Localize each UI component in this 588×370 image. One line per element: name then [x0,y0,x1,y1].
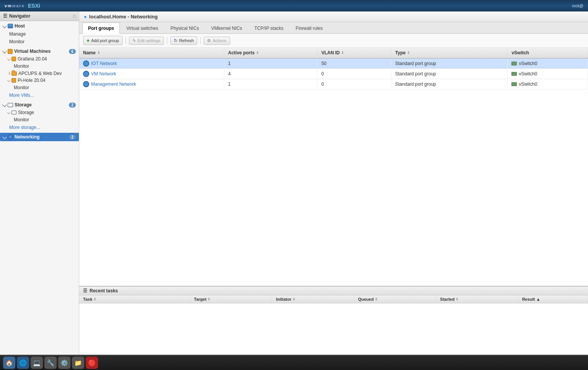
toolbar-separator-3 [200,37,201,44]
main-layout: ☰ Navigator □ Host Manage Monitor Virtua… [0,11,588,355]
taskbar-icon-home[interactable]: 🏠 [3,357,15,369]
sidebar-item-grafana[interactable]: Grafana 20.04 [0,55,79,62]
tasks-col-result[interactable]: Result ▲ [518,295,588,303]
sidebar-host-label: Host [15,23,25,29]
add-port-group-button[interactable]: + Add port group [83,36,122,45]
sidebar-more-vms[interactable]: More VMs... [0,91,79,99]
chevron-networking-icon [2,135,7,139]
sidebar-section-networking: Networking 2 [0,132,79,142]
sort-started-icon: ⇩ [456,297,459,301]
sidebar-item-storage[interactable]: Storage 2 [0,101,79,109]
table-row[interactable]: Management Network 1 0 Standard port gro… [79,79,588,90]
bottom-taskbar: 🏠 🌐 💻 🔧 ⚙️ 📁 🔴 [0,355,588,370]
chevron-pihole-icon [7,79,10,82]
tab-physical-nics[interactable]: Physical NICs [165,23,205,34]
td-active-ports: 4 [224,69,317,79]
network-icon [83,81,89,87]
sidebar-item-pihole[interactable]: Pi-Hole 20.04 [0,77,79,84]
th-active-ports[interactable]: Active ports ⇩ [224,48,317,58]
edit-settings-button[interactable]: ✎ Edit settings [129,37,164,45]
table-row[interactable]: IOT Network 1 50 Standard port group vSw… [79,58,588,69]
refresh-icon: ↻ [174,38,178,43]
sort-task-icon: ⇩ [93,297,96,301]
td-vswitch: vSwitch0 [508,58,588,69]
tasks-initiator-label: Initiator [276,297,291,302]
tasks-col-task[interactable]: Task ⇩ [79,295,190,303]
storage-sub-label: Storage [18,110,34,115]
tasks-col-initiator[interactable]: Initiator ⇩ [272,295,354,303]
sidebar-item-host-manage[interactable]: Manage [0,30,79,38]
tab-virtual-switches[interactable]: Virtual switches [121,23,164,34]
th-type[interactable]: Type ⇩ [391,48,508,58]
sidebar-more-storage[interactable]: More storage... [0,124,79,131]
tab-tcpip-stacks[interactable]: TCP/IP stacks [249,23,289,34]
taskbar-icon-red[interactable]: 🔴 [86,357,98,369]
taskbar-icon-wrench[interactable]: 🔧 [44,357,57,369]
sidebar-item-storage-sub[interactable]: Storage [0,109,79,116]
iot-network-link[interactable]: IOT Network [83,60,220,67]
taskbar-icon-folder[interactable]: 📁 [72,357,84,369]
storage-badge: 2 [69,103,76,108]
vm-icon [8,49,13,54]
taskbar-icon-globe[interactable]: 🌐 [17,357,29,369]
sidebar-section-vms: Virtual Machines 6 Grafana 20.04 Monitor… [0,46,79,100]
tasks-result-label: Result ▲ [522,297,541,302]
sidebar-item-host-monitor[interactable]: Monitor [0,38,79,46]
tasks-col-queued[interactable]: Queued ⇩ [354,295,436,303]
content-area: ● localhost.Home - Networking Port group… [79,11,588,355]
tab-port-groups[interactable]: Port groups [82,23,120,34]
content-header: ● localhost.Home - Networking [79,11,588,22]
sort-name-icon: ⇩ [97,51,100,55]
sidebar-item-networking[interactable]: Networking 2 [0,133,79,141]
sidebar-item-apcups[interactable]: APCUPS & Web Dev [0,70,79,77]
chevron-storage-sub-icon [7,111,10,114]
add-icon: + [87,37,90,44]
sidebar-item-storage-monitor[interactable]: Monitor [0,116,79,124]
taskbar-icon-monitor[interactable]: 💻 [31,357,43,369]
td-name: VM Network [79,69,224,79]
sidebar-collapse-icon[interactable]: □ [73,14,76,18]
tasks-queued-label: Queued [358,297,374,302]
vms-badge: 6 [69,49,76,54]
sidebar-title: Navigator [9,13,30,19]
tab-vmkernel-nics[interactable]: VMkernel NICs [206,23,248,34]
refresh-button[interactable]: ↻ Refresh [170,36,198,45]
host-icon [8,24,13,28]
tab-firewall-rules[interactable]: Firewall rules [290,23,328,34]
vmware-text: vmware [5,3,25,8]
tasks-col-target[interactable]: Target ⇩ [190,295,272,303]
sidebar-item-grafana-monitor[interactable]: Monitor [0,62,79,70]
th-name[interactable]: Name ⇩ [79,48,224,58]
sidebar-item-host[interactable]: Host [0,22,79,30]
sidebar-vms-label: Virtual Machines [14,49,51,54]
chevron-vms-icon [2,49,7,53]
td-vlan-id: 0 [317,69,391,79]
navigator-icon: ☰ [3,13,7,19]
tasks-col-started[interactable]: Started ⇩ [436,295,518,303]
content-breadcrumb: localhost.Home - Networking [89,14,158,20]
recent-tasks-header: ☰ Recent tasks [79,286,588,295]
top-bar: vmware ESXi root@ [0,0,588,11]
sort-target-icon: ⇩ [207,297,211,301]
table-row[interactable]: VM Network 4 0 Standard port group vSwit… [79,69,588,79]
vswitch-icon [511,72,517,76]
td-type: Standard port group [391,79,508,90]
edit-settings-label: Edit settings [137,38,160,43]
mgmt-network-link[interactable]: Management Network [83,81,220,87]
sidebar-item-pihole-monitor[interactable]: Monitor [0,84,79,91]
sidebar-item-vms[interactable]: Virtual Machines 6 [0,47,79,55]
add-port-group-label: Add port group [91,38,119,43]
tasks-table-header: Task ⇩ Target ⇩ Initiator ⇩ Queued ⇩ Sta… [79,295,588,303]
vm-network-link[interactable]: VM Network [83,71,220,77]
actions-button[interactable]: ⚙ Actions [204,37,230,45]
network-icon [83,71,89,77]
th-vswitch[interactable]: vSwitch [508,48,588,58]
th-vlan-id[interactable]: VLAN ID ⇩ [317,48,391,58]
taskbar-icon-gear[interactable]: ⚙️ [58,357,70,369]
sidebar-storage-label: Storage [15,102,32,108]
apcups-label: APCUPS & Web Dev [18,71,62,76]
storage-sub-icon [11,111,16,114]
actions-label: Actions [212,38,226,43]
port-groups-table-container: Name ⇩ Active ports ⇩ VL [79,48,588,286]
td-type: Standard port group [391,69,508,79]
